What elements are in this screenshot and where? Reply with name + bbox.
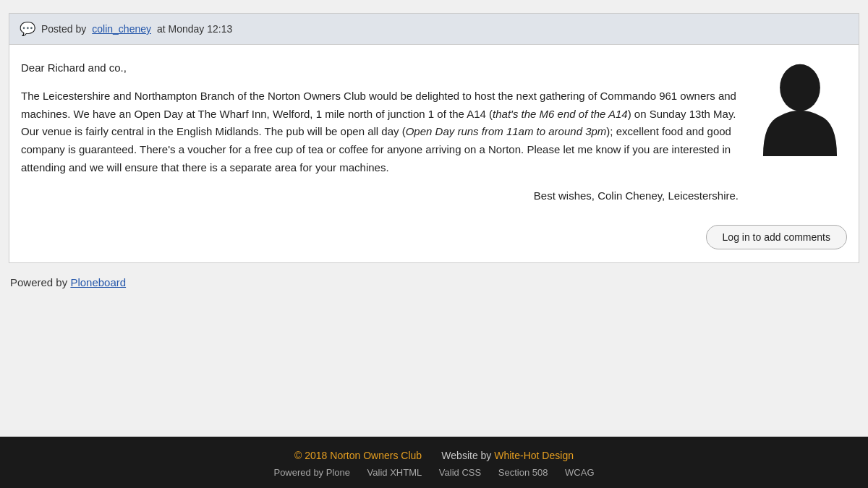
footer-link-508[interactable]: Section 508: [498, 467, 548, 478]
powered-by-label: Powered by: [10, 276, 67, 288]
login-button[interactable]: Log in to add comments: [706, 225, 847, 249]
website-by-label: Website by: [441, 450, 491, 461]
powered-by-section: Powered by Ploneboard: [0, 263, 868, 296]
footer-link-plone[interactable]: Powered by Plone: [273, 467, 350, 478]
footer-line1: © 2018 Norton Owners Club Website by Whi…: [0, 450, 868, 461]
footer-link-wcag[interactable]: WCAG: [565, 467, 594, 478]
page-wrapper: 💬 Posted by colin_cheney at Monday 12:13…: [0, 13, 868, 488]
post-timestamp: at Monday 12:13: [157, 23, 232, 35]
greeting: Dear Richard and co.,: [21, 59, 739, 77]
post-header: 💬 Posted by colin_cheney at Monday 12:13: [9, 14, 859, 45]
ploneboard-link[interactable]: Ploneboard: [70, 276, 126, 288]
main-paragraph: The Leicestershire and Northampton Branc…: [21, 87, 739, 177]
designer-link[interactable]: White-Hot Design: [494, 450, 574, 461]
footer-link-xhtml[interactable]: Valid XHTML: [367, 467, 422, 478]
post-footer: Log in to add comments: [9, 216, 859, 262]
italic1: that's the M6 end of the A14: [493, 108, 628, 120]
avatar-silhouette: [757, 62, 843, 156]
avatar-area: [753, 59, 847, 205]
best-wishes: Best wishes, Colin Cheney, Leicestershir…: [21, 187, 739, 205]
svg-point-0: [780, 64, 820, 111]
posted-by-label: Posted by: [41, 23, 86, 35]
post-body: Dear Richard and co., The Leicestershire…: [9, 45, 859, 216]
italic2: Open Day runs from 11am to around 3pm: [406, 125, 607, 137]
comment-icon: 💬: [20, 21, 35, 37]
author-link[interactable]: colin_cheney: [92, 23, 151, 35]
copyright-text: © 2018 Norton Owners Club: [294, 450, 422, 461]
footer-line2: Powered by Plone Valid XHTML Valid CSS S…: [0, 467, 868, 478]
footer-link-css[interactable]: Valid CSS: [439, 467, 481, 478]
site-footer: © 2018 Norton Owners Club Website by Whi…: [0, 437, 868, 488]
post-container: 💬 Posted by colin_cheney at Monday 12:13…: [9, 13, 859, 263]
post-text: Dear Richard and co., The Leicestershire…: [21, 59, 739, 205]
